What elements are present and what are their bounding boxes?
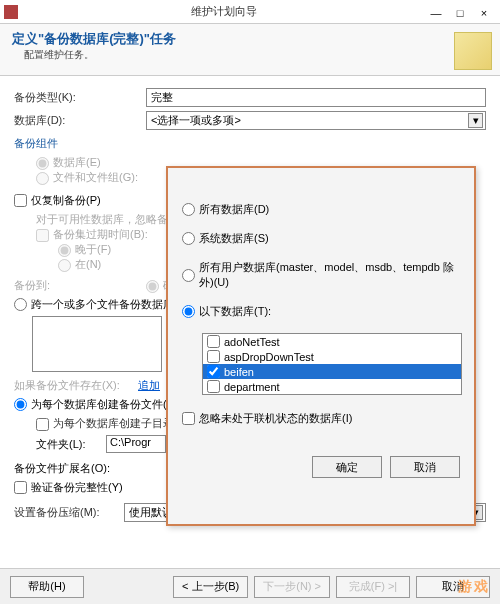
db-list-item[interactable]: beifen (203, 364, 461, 379)
backup-type-value: 完整 (151, 90, 173, 105)
sys-db-label: 系统数据库(S) (199, 231, 269, 246)
component-db-label: 数据库(E) (53, 156, 101, 168)
disk-radio (146, 280, 159, 293)
folder-label: 文件夹(L): (36, 437, 106, 452)
wizard-footer: 帮助(H) < 上一步(B) 下一步(N) > 完成(F) >| 取消 游戏 (0, 568, 500, 604)
chevron-down-icon[interactable]: ▾ (468, 113, 483, 128)
verify-checkbox[interactable] (14, 481, 27, 494)
db-item-checkbox[interactable] (207, 335, 220, 348)
these-db-radio[interactable] (182, 305, 195, 318)
watermark: 游戏 (458, 578, 490, 596)
db-item-checkbox[interactable] (207, 365, 220, 378)
close-button[interactable]: × (472, 3, 496, 21)
db-listbox[interactable]: adoNetTestaspDropDownTestbeifendepartmen… (202, 333, 462, 395)
expire-on-label: 在(N) (75, 258, 101, 270)
ok-button[interactable]: 确定 (312, 456, 382, 478)
db-list-item[interactable]: adoNetTest (203, 334, 461, 349)
expire-after-radio (58, 244, 71, 257)
db-item-checkbox[interactable] (207, 380, 220, 393)
finish-button: 完成(F) >| (336, 576, 410, 598)
ignore-offline-label: 忽略未处于联机状态的数据库(I) (199, 411, 352, 426)
cancel-button[interactable]: 取消 (390, 456, 460, 478)
each-db-file-label: 为每个数据库创建备份文件(R) (31, 397, 178, 412)
if-exists-label: 如果备份文件存在(X): (14, 378, 134, 393)
append-link[interactable]: 追加 (138, 378, 160, 393)
wizard-header: 定义"备份数据库(完整)"任务 配置维护任务。 (0, 24, 500, 76)
database-label: 数据库(D): (14, 113, 146, 128)
user-db-radio[interactable] (182, 269, 195, 282)
db-item-label: department (224, 381, 280, 393)
form-body: 备份类型(K): 完整 数据库(D): <选择一项或多项> ▾ 备份组件 数据库… (0, 76, 500, 568)
expire-on-radio (58, 259, 71, 272)
database-value: <选择一项或多项> (151, 113, 241, 128)
compress-label: 设置备份压缩(M): (14, 505, 124, 520)
window-title: 维护计划向导 (24, 4, 424, 19)
these-db-label: 以下数据库(T): (199, 304, 271, 319)
titlebar: 维护计划向导 — □ × (0, 0, 500, 24)
ignore-offline-checkbox[interactable] (182, 412, 195, 425)
header-subtitle: 配置维护任务。 (24, 48, 488, 62)
component-fg-radio (36, 172, 49, 185)
ext-label: 备份文件扩展名(O): (14, 461, 110, 476)
database-combo[interactable]: <选择一项或多项> ▾ (146, 111, 486, 130)
back-button[interactable]: < 上一步(B) (173, 576, 248, 598)
components-label: 备份组件 (14, 136, 486, 151)
db-item-checkbox[interactable] (207, 350, 220, 363)
each-db-dir-checkbox[interactable] (36, 418, 49, 431)
backup-type-combo[interactable]: 完整 (146, 88, 486, 107)
backup-type-label: 备份类型(K): (14, 90, 146, 105)
expire-after-label: 晚于(F) (75, 243, 111, 255)
maximize-button[interactable]: □ (448, 3, 472, 21)
verify-label: 验证备份完整性(Y) (31, 480, 123, 495)
db-item-label: aspDropDownTest (224, 351, 314, 363)
next-button: 下一步(N) > (254, 576, 330, 598)
copy-only-label: 仅复制备份(P) (31, 193, 101, 208)
db-list-item[interactable]: aspDropDownTest (203, 349, 461, 364)
user-db-label: 所有用户数据库(master、model、msdb、tempdb 除外)(U) (199, 260, 460, 290)
minimize-button[interactable]: — (424, 3, 448, 21)
header-icon (454, 32, 492, 70)
backup-to-label: 备份到: (14, 278, 146, 293)
component-fg-label: 文件和文件组(G): (53, 171, 138, 183)
all-db-radio[interactable] (182, 203, 195, 216)
db-item-label: adoNetTest (224, 336, 280, 348)
sys-db-radio[interactable] (182, 232, 195, 245)
component-db-radio (36, 157, 49, 170)
copy-only-checkbox[interactable] (14, 194, 27, 207)
folder-input[interactable]: C:\Progr (106, 435, 166, 453)
expire-label: 备份集过期时间(B): (53, 228, 148, 240)
expire-checkbox (36, 229, 49, 242)
app-icon (4, 5, 18, 19)
database-picker-popup: 所有数据库(D) 系统数据库(S) 所有用户数据库(master、model、m… (166, 166, 476, 526)
db-item-label: beifen (224, 366, 254, 378)
each-db-file-radio[interactable] (14, 398, 27, 411)
across-files-radio[interactable] (14, 298, 27, 311)
db-list-item[interactable]: department (203, 379, 461, 394)
header-title: 定义"备份数据库(完整)"任务 (12, 30, 488, 48)
help-button[interactable]: 帮助(H) (10, 576, 84, 598)
files-textarea[interactable] (32, 316, 162, 372)
all-db-label: 所有数据库(D) (199, 202, 269, 217)
